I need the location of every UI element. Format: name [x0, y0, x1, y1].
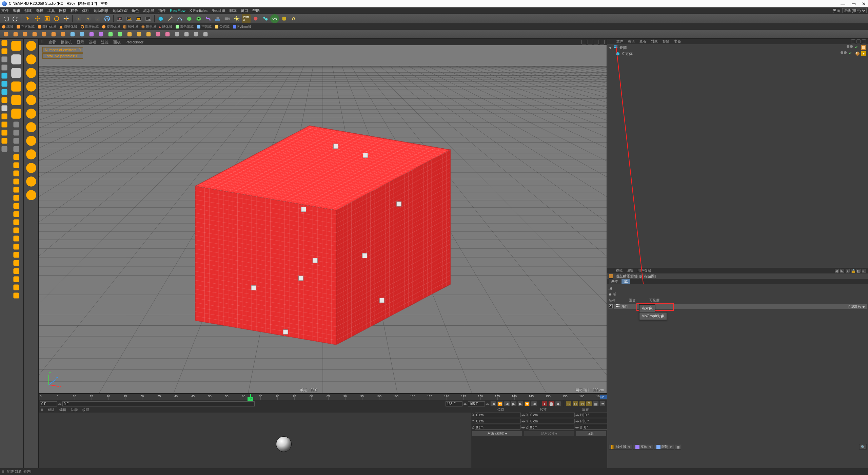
shelf3-icon-1[interactable] — [11, 30, 20, 39]
psr-icon[interactable]: PSR0 — [242, 14, 251, 23]
menu-file[interactable]: 文件 — [1, 8, 9, 13]
shelf3-icon-3[interactable] — [30, 30, 39, 39]
pal1-2[interactable] — [1, 56, 8, 63]
pal2-14[interactable] — [13, 186, 20, 193]
spline-primitive-icon[interactable] — [175, 14, 184, 23]
pal3-0[interactable] — [25, 39, 38, 52]
layout-select[interactable]: 启动 (用户) — [842, 8, 867, 13]
pal3-8[interactable] — [25, 148, 38, 161]
mat-create[interactable]: 创建 — [48, 407, 55, 412]
maximize-button[interactable]: ▭ — [851, 1, 856, 6]
am-new-icon[interactable]: ◧ — [856, 269, 861, 273]
menu-character[interactable]: 角色 — [132, 8, 139, 13]
render-pv-icon[interactable] — [134, 14, 143, 23]
pal1-11[interactable] — [1, 129, 8, 136]
pal2-3[interactable] — [10, 80, 23, 93]
vp-nav-rotate-icon[interactable] — [594, 40, 598, 44]
pal2-15[interactable] — [13, 194, 20, 202]
close-button[interactable]: ✕ — [862, 1, 866, 6]
vp-display[interactable]: 显示 — [77, 40, 84, 45]
minimize-button[interactable]: — — [841, 1, 845, 6]
primitive-cube-icon[interactable] — [156, 14, 165, 23]
am-tab-fields[interactable]: 域 — [622, 279, 630, 284]
xp-misc-icon[interactable] — [289, 14, 298, 23]
pal3-2[interactable] — [25, 66, 38, 79]
am-btn-linear[interactable]: 线性域 ▾ — [609, 444, 632, 450]
camera-icon[interactable] — [223, 14, 232, 23]
menu-create[interactable]: 创建 — [24, 8, 32, 13]
field-python[interactable]: Python域 — [233, 24, 251, 29]
vp-panel[interactable]: 面板 — [113, 40, 121, 45]
vp-nav-toggle-icon[interactable] — [600, 40, 605, 44]
pal2-20[interactable] — [13, 235, 20, 242]
am-edit[interactable]: 编辑 — [627, 268, 633, 273]
menu-mesh[interactable]: 网格 — [59, 8, 66, 13]
vmap-tag-icon[interactable] — [861, 45, 866, 50]
om-tags[interactable]: 标签 — [663, 39, 669, 44]
am-btn-extra-icon[interactable]: ▦ — [675, 444, 681, 450]
popup-mograph-object[interactable]: MoGraph对象 — [639, 312, 667, 320]
pal2-9[interactable] — [13, 145, 20, 153]
goto-end-icon[interactable]: ⏭ — [531, 401, 537, 406]
coord-size-button[interactable]: 绝对尺寸 ▾ — [524, 431, 574, 436]
pal2-18[interactable] — [13, 218, 20, 226]
pal2-10[interactable] — [13, 153, 20, 161]
phong-tag-icon[interactable] — [855, 51, 860, 56]
om-row-cube[interactable]: 立方体 ✔ ✦ — [609, 51, 866, 56]
key-r-icon[interactable]: ⊘ — [579, 401, 585, 406]
timeline-ruler[interactable]: 0510152025303540455055606570758085909510… — [39, 394, 607, 400]
om-path-icon[interactable] — [862, 39, 866, 43]
shelf3-icon-15[interactable] — [144, 30, 153, 39]
pal2-8[interactable] — [13, 137, 20, 145]
last-tool-icon[interactable] — [62, 14, 71, 23]
om-filter-icon[interactable] — [856, 39, 861, 43]
material-area[interactable] — [39, 413, 471, 468]
vp-nav-move-icon[interactable] — [581, 40, 586, 44]
spline-pen-icon[interactable] — [166, 14, 175, 23]
am-lock-icon[interactable]: 🔒 — [851, 269, 855, 273]
pal3-5[interactable] — [25, 107, 38, 120]
om-row-matrix[interactable]: ▾ 矩阵 ✔ — [609, 45, 866, 50]
am-back-icon[interactable]: ◀ — [835, 269, 839, 273]
shelf3-icon-9[interactable] — [87, 30, 96, 39]
render-view-icon[interactable] — [115, 14, 124, 23]
pal1-8[interactable] — [1, 104, 8, 112]
am-fwd-icon[interactable]: ▶ — [840, 269, 844, 273]
pal2-0[interactable] — [10, 39, 23, 52]
mat-edit[interactable]: 编辑 — [59, 407, 66, 412]
shelf3-icon-19[interactable] — [182, 30, 191, 39]
size-x[interactable] — [529, 413, 575, 417]
menu-pipeline[interactable]: 流水线 — [143, 8, 154, 13]
xp-cache-icon[interactable]: QR — [270, 14, 279, 23]
viewport[interactable]: Number of emitters: 0 Total live particl… — [39, 45, 607, 393]
deformer-icon[interactable] — [204, 14, 213, 23]
pal2-26[interactable] — [13, 284, 20, 291]
shelf3-icon-2[interactable] — [21, 30, 29, 39]
menu-tracking[interactable]: 运动跟踪 — [113, 8, 127, 13]
menu-window[interactable]: 窗口 — [241, 8, 248, 13]
menu-mograph[interactable]: 运动图形 — [94, 8, 108, 13]
pal2-2[interactable] — [10, 66, 23, 79]
shelf3-icon-16[interactable] — [154, 30, 162, 39]
next-key-icon[interactable]: ⏩ — [524, 401, 530, 406]
om-edit[interactable]: 编辑 — [628, 39, 635, 44]
vp-camera[interactable]: 摄像机 — [61, 40, 72, 45]
size-z[interactable] — [529, 425, 574, 430]
shelf3-icon-7[interactable] — [68, 30, 77, 39]
pal2-13[interactable] — [13, 178, 20, 185]
rotate-tool-icon[interactable] — [52, 14, 61, 23]
pal2-11[interactable] — [13, 162, 20, 169]
pal2-12[interactable] — [13, 170, 20, 177]
pal2-24[interactable] — [13, 267, 20, 275]
pal2-23[interactable] — [13, 259, 20, 267]
field-linear[interactable]: 线性域 — [123, 24, 138, 29]
keysel-icon[interactable]: ◆ — [555, 401, 561, 406]
xp-emitter-icon[interactable] — [251, 14, 260, 23]
record-key-icon[interactable]: ● — [541, 401, 548, 406]
pal3-3[interactable] — [25, 80, 38, 93]
prev-key-icon[interactable]: ⏪ — [497, 401, 503, 406]
pal1-1[interactable] — [1, 48, 8, 55]
undo-icon[interactable] — [2, 14, 11, 23]
am-btn-clamp[interactable]: 限制 ▾ — [654, 444, 674, 450]
om-file[interactable]: 文件 — [616, 39, 623, 44]
